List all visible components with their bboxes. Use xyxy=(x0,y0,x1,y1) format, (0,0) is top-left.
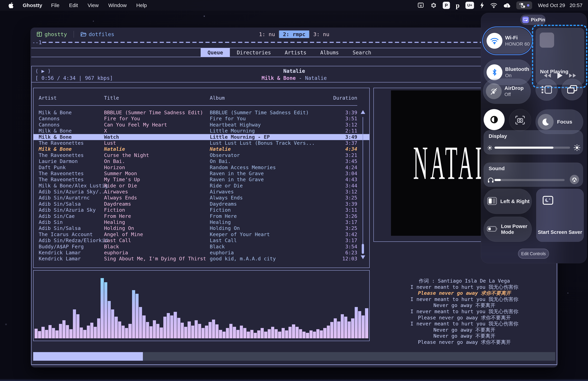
queue-row-playing[interactable]: Milk & BoneNatalieNatalie4:34 xyxy=(34,146,369,152)
pinterest-icon[interactable]: p xyxy=(456,1,460,9)
cell-c2: Curse the Night xyxy=(104,152,210,158)
cell-c3: Daydreams xyxy=(210,201,325,207)
queue-row[interactable]: The RaveonettesCurse the NightObservator… xyxy=(34,152,369,158)
cell-c2: Angel of Mine xyxy=(104,231,210,238)
active-app-name[interactable]: Ghostty xyxy=(23,2,42,8)
wifi-tile[interactable]: Wi-Fi HONOR 60 xyxy=(484,28,531,54)
airdrop-off-icon xyxy=(486,83,502,99)
uplus-icon[interactable]: U+ xyxy=(465,2,474,9)
menu-item-window[interactable]: Window xyxy=(108,2,127,8)
airplay-button[interactable] xyxy=(570,175,579,184)
pixpin-pill[interactable]: PixPin xyxy=(520,15,546,25)
queue-row-selected[interactable]: Milk & BoneWatchLittle Mourning - EP3:49 xyxy=(34,134,369,140)
queue-row[interactable]: Laurie DarmonOn Bai.On Bai.3:45 xyxy=(34,158,369,164)
brightness-slider[interactable] xyxy=(494,147,570,149)
menu-item-edit[interactable]: Edit xyxy=(69,2,78,8)
queue-row[interactable]: Adib Sin/AuratrncAlways EndsAlways Ends3… xyxy=(34,195,369,201)
rmpc-tab-albums[interactable]: Albums xyxy=(313,48,346,57)
queue-row[interactable]: The Icarus AccountAngel of MineKeeper of… xyxy=(34,231,369,238)
openai-icon[interactable] xyxy=(430,1,437,9)
rmpc-tab-directories[interactable]: Directories xyxy=(230,48,278,57)
menu-item-help[interactable]: Help xyxy=(136,2,147,8)
visualizer-bar xyxy=(240,326,243,338)
queue-row[interactable]: Adib Sin/Azuria SkyFictionFiction3:11 xyxy=(34,207,369,213)
visualizer-bar xyxy=(295,327,299,338)
queue-row[interactable]: Milk & BoneBBBLUE (Summer Time Sadness E… xyxy=(34,110,369,116)
cell-c3: On Bai. xyxy=(210,158,325,164)
cell-c3: BBBLUE (Summer Time Sadness Edit) xyxy=(210,110,325,116)
bolt-icon[interactable] xyxy=(480,1,484,9)
track-progress-bar[interactable] xyxy=(33,352,555,361)
screenshot-button[interactable] xyxy=(509,109,531,131)
visualizer-bar xyxy=(351,318,354,338)
visualizer-bar xyxy=(198,324,201,338)
rmpc-nav-tabs: QueueDirectoriesArtistsAlbumsSearch xyxy=(31,48,557,57)
queue-row[interactable]: CannonsCan You Feel My HeartHeartbeat Hi… xyxy=(34,122,369,128)
cell-c3: From Here xyxy=(210,213,325,219)
rmpc-tab-search[interactable]: Search xyxy=(346,48,378,57)
sidecar-icon[interactable] xyxy=(418,1,424,9)
queue-row[interactable]: Adib Sin/CaeFrom HereFrom Here3:26 xyxy=(34,213,369,219)
cell-c4: 3:17 xyxy=(325,219,357,225)
queue-row[interactable]: Adib Sin/SalsaHolding OnHolding On3:25 xyxy=(34,225,369,231)
edit-controls-button[interactable]: Edit Controls xyxy=(518,249,549,259)
fast-forward-button[interactable] xyxy=(569,73,576,79)
stage-manager-button[interactable] xyxy=(536,79,558,101)
scrollbar-thumb[interactable] xyxy=(362,244,364,254)
rmpc-tab-queue[interactable]: Queue xyxy=(201,48,230,57)
queue-row[interactable]: The RaveonettesSummer MoonRaven in the G… xyxy=(34,171,369,177)
visualizer-bar xyxy=(268,329,271,338)
queue-row[interactable]: The RaveonettesMy Time's UpRaven in the … xyxy=(34,177,369,182)
volume-slider[interactable] xyxy=(494,179,565,181)
menu-item-file[interactable]: File xyxy=(51,2,59,8)
scrollbar-track[interactable] xyxy=(363,117,363,253)
queue-row[interactable]: Buddy/A$AP FergBlackBlack3:54 xyxy=(34,244,369,250)
queue-row[interactable]: Adib Sin/Azuria Sky/...AirwavesAirwaves3… xyxy=(34,189,369,195)
cell-c2: From Here xyxy=(104,213,210,219)
screensaver-tile[interactable]: Start Screen Saver xyxy=(536,189,584,242)
invert-colors-button[interactable] xyxy=(484,109,504,130)
menu-item-view[interactable]: View xyxy=(87,2,99,8)
rewind-button[interactable] xyxy=(544,73,551,79)
visualizer-bar xyxy=(177,318,180,338)
lyric-line: I never meant to hurt you 我无心伤害你 xyxy=(374,321,555,327)
cell-c1: Milk & Bone/Alex Lustig xyxy=(39,183,104,189)
left-right-audio-tile[interactable]: Left & Right xyxy=(484,189,532,214)
wifi-toggle-icon xyxy=(486,33,502,49)
media-widget[interactable]: Not Playing xyxy=(536,28,584,85)
queue-row[interactable]: Kendrick Lamareuphoriaeuphoria6:23 xyxy=(34,250,369,256)
pixpin-app-icon[interactable]: P xyxy=(443,2,450,9)
menu-bar-clock[interactable]: Wed Oct 29 20:57 xyxy=(538,2,583,8)
queue-row[interactable]: Milk & BoneXLittle Mourning2:11 xyxy=(34,128,369,134)
cell-c4: 3:37 xyxy=(325,140,357,146)
airdrop-tile[interactable]: AirDrop Off xyxy=(483,79,531,104)
queue-row[interactable]: Adib SinHealingHealing3:17 xyxy=(34,219,369,225)
session-tab-dotfiles[interactable]: dotfiles xyxy=(81,31,114,37)
terminal-tab-1[interactable]: 1: nu xyxy=(255,30,279,38)
control-center-icon[interactable] xyxy=(516,1,532,9)
visualizer-bar xyxy=(163,317,167,338)
queue-row[interactable]: Adib Sin/SalsaDaydreamsDaydreams3:39 xyxy=(34,201,369,207)
wifi-icon[interactable] xyxy=(490,1,497,9)
visualizer-bar xyxy=(205,326,208,338)
low-power-mode-tile[interactable]: Low Power Mode xyxy=(484,217,532,242)
cloud-icon[interactable] xyxy=(503,1,510,9)
session-tab-ghostty[interactable]: ghostty xyxy=(37,31,67,37)
session-tab-label: dotfiles xyxy=(89,31,114,37)
rmpc-tab-artists[interactable]: Artists xyxy=(278,48,313,57)
cell-c1: Kendrick Lamar xyxy=(39,250,104,256)
scroll-down-arrow-icon[interactable] xyxy=(361,255,365,259)
queue-row[interactable]: Kendrick LamarSing About Me, I'm Dying O… xyxy=(34,256,369,262)
scroll-up-arrow-icon[interactable] xyxy=(361,110,365,114)
queue-row[interactable]: The RaveonettesLustLust Lust Lust (Bonus… xyxy=(34,140,369,146)
media-play-button[interactable] xyxy=(557,72,563,80)
queue-row[interactable]: CannonsFire for YouFire for You3:51 xyxy=(34,116,369,122)
terminal-tab-3[interactable]: 3: nu xyxy=(310,30,333,38)
terminal-tab-2[interactable]: 2: rmpc xyxy=(279,30,309,38)
screen-mirroring-button[interactable] xyxy=(561,79,583,100)
queue-row[interactable]: Adib Sin/Redza/EliorkidLast CallLast Cal… xyxy=(34,238,369,244)
queue-row[interactable]: Milk & Bone/Alex LustigRide or DieRide o… xyxy=(34,183,369,189)
rmpc-bottom-border xyxy=(31,364,557,365)
queue-row[interactable]: Daft PunkHorizonRandom Access Memories4:… xyxy=(34,164,369,171)
apple-menu-icon[interactable] xyxy=(8,1,14,9)
